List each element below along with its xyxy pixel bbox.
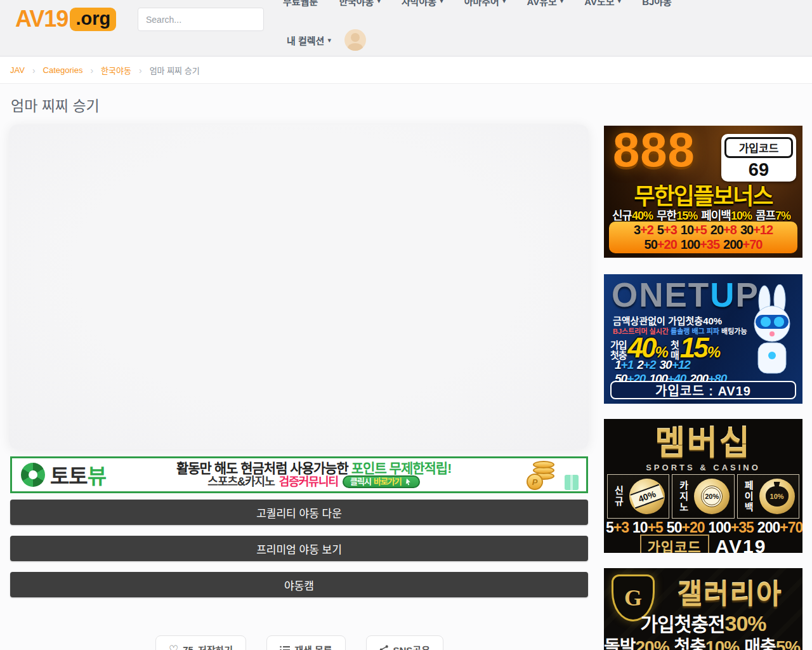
ad-banner-onetop[interactable]: ONETUP 금액상관없이 가입첫충40% BJ스트리머 실시간 롤솔랭 배그 … [604,274,802,404]
onetop-signup-code: 가입코드 : AV19 [610,381,796,399]
breadcrumb-categories[interactable]: Categories [43,65,83,75]
galleria-line2: 돌발20%첫충10%매충5% [604,633,802,650]
toto-line2-red: 검증커뮤니티 [279,476,338,488]
toto-line2-dark: 스포츠&카지노 [207,476,274,488]
breadcrumb-jav[interactable]: JAV [10,65,25,75]
membership-tile-payback: 페이백 10% [737,474,799,519]
breadcrumb-korean[interactable]: 한국야동 [101,64,131,76]
sns-share-button[interactable]: SNS공유 [366,635,443,650]
hq-download-button[interactable]: 고퀄리티 야동 다운 [10,500,588,525]
heart-icon: ♡ [169,643,178,650]
avatar[interactable] [344,29,366,51]
membership-code-value: AV19 [716,536,767,553]
page-title: 엄마 찌찌 승기 [11,94,100,116]
chevron-down-icon: ▾ [618,0,622,5]
onetop-line1: 금액상관없이 가입첫충40% [613,314,722,327]
video-player[interactable] [9,124,589,449]
888-stats-line: 신규40%무한15%페이백10%콤프7% [604,206,802,223]
onetop-bonus-line1: 1+12+230+12 [613,358,692,372]
ad-banner-membership[interactable]: 멤버십 SPORTS & CASINO 신규 40% 카지노 20% 페이백 1… [604,419,802,553]
nav-item-av-censored[interactable]: AV유모▾ [527,0,563,8]
toto-btn-yellow: 바로가기 [374,477,402,486]
membership-code-row: 가입코드 AV19 [604,534,802,553]
chevron-right-icon: › [139,65,142,76]
my-collection-label: 내 컬렉션 [287,34,324,47]
nav-item-free-webtoon[interactable]: 무료웹툰 [283,0,318,8]
membership-bonus-line: 5+310+550+20100+35200+70 [604,519,802,536]
avatar-head-shape [351,33,360,42]
chevron-down-icon: ▾ [560,0,564,5]
breadcrumb-current: 엄마 찌찌 승기 [150,64,200,76]
nav-label: 자막야동 [402,0,436,8]
premium-watch-button[interactable]: 프리미엄 야동 보기 [10,536,588,561]
nav-label: AV유모 [527,0,556,8]
membership-tiles: 신규 40% 카지노 20% 페이백 10% [607,474,799,519]
save-button[interactable]: ♡75저장하기 [155,635,246,650]
nav-label: 아마추어 [464,0,499,8]
888-bonus-box: 3+25+310+520+830+12 50+20100+35200+70 [609,222,797,253]
toto-line1-green: 포인트 무제한적립! [351,461,451,475]
membership-subtitle: SPORTS & CASINO [604,463,802,472]
footer-actions: ♡75저장하기 재생 목록 SNS공유 [0,635,599,650]
chevron-down-icon: ▾ [502,0,506,5]
nav-item-subtitled[interactable]: 자막야동▾ [402,0,443,8]
save-label: 저장하기 [198,643,233,650]
membership-tile-new: 신규 40% [607,474,669,519]
nav-item-av-uncensored[interactable]: AV노모▾ [584,0,621,8]
user-nav: 내 컬렉션▾ [287,29,366,51]
nav-label: AV노모 [584,0,614,8]
aperture-icon [21,463,45,487]
logo-text: AV19 [15,6,68,32]
onetop-logo: ONETUP [612,275,759,314]
ad-banner-888[interactable]: 888 가입코드 69 무한입플보너스 신규40%무한15%페이백10%콤프7%… [604,126,802,258]
search-input[interactable] [138,15,264,25]
chevron-down-icon: ▾ [377,0,381,5]
share-icon [379,645,389,650]
totoview-logo: 토토뷰 [50,460,106,490]
breadcrumb: JAV › Categories › 한국야동 › 엄마 찌찌 승기 [0,57,812,84]
toto-line1-dark: 활동만 해도 현금처럼 사용가능한 [176,461,348,475]
save-count: 75 [183,644,193,650]
logo-tld-badge: .org [70,8,116,31]
toto-go-button[interactable]: 클릭시 바로가기 [343,475,420,488]
search-box [138,8,264,31]
chevron-down-icon: ▾ [327,36,331,44]
nav-item-amateur[interactable]: 아마추어▾ [464,0,506,8]
nav-item-bj[interactable]: BJ야동 [642,0,672,8]
ad-banner-galleria[interactable]: G 갤러리아 가입첫충전30% 돌발20%첫충10%매충5% [604,568,802,650]
chevron-down-icon: ▾ [440,0,443,5]
membership-tile-casino: 카지노 20% [672,474,734,519]
cam-button[interactable]: 야동캠 [10,572,588,597]
playlist-button[interactable]: 재생 목록 [266,635,345,650]
totoview-text: 활동만 해도 현금처럼 사용가능한 포인트 무제한적립! 스포츠&카지노 검증커… [106,461,521,488]
totoview-ad-banner[interactable]: 토토뷰 활동만 해도 현금처럼 사용가능한 포인트 무제한적립! 스포츠&카지노… [10,456,588,493]
avatar-body-shape [348,43,363,51]
888-code-label: 가입코드 [724,137,793,158]
chevron-right-icon: › [32,65,36,76]
share-label: SNS공유 [393,643,430,650]
casino-chip-icon: 20% [694,479,730,514]
playlist-label: 재생 목록 [294,643,332,650]
gift-icon [565,475,579,490]
site-logo[interactable]: AV19 .org [15,6,116,32]
toto-btn-white: 클릭시 [350,477,371,486]
888-signup-code-box: 가입코드 69 [721,134,796,182]
page: AV19 .org 무료웹툰 한국야동▾ 자막야동▾ 아마추어▾ AV유모▾ A… [0,0,812,650]
main-nav: 무료웹툰 한국야동▾ 자막야동▾ 아마추어▾ AV유모▾ AV노모▾ BJ야동 [283,0,672,8]
coin-stack-icon: P [521,458,580,491]
nav-label: 한국야동 [339,0,374,8]
ribbon-emblem-icon: 40% [629,479,665,514]
my-collection-menu[interactable]: 내 컬렉션▾ [287,34,331,47]
hand-cursor-icon [404,478,412,486]
membership-code-label: 가입코드 [640,534,709,553]
chevron-right-icon: › [90,65,93,76]
money-bag-icon: 10% [759,479,795,514]
nav-label: 무료웹툰 [283,0,318,8]
header: AV19 .org 무료웹툰 한국야동▾ 자막야동▾ 아마추어▾ AV유모▾ A… [0,0,812,56]
galleria-title: 갤러리아 [660,572,800,611]
nav-item-korean[interactable]: 한국야동▾ [339,0,381,8]
rabbit-mascot [740,284,801,380]
888-big-text: 888 [613,126,695,177]
nav-label: BJ야동 [642,0,672,8]
playlist-icon [280,646,290,650]
